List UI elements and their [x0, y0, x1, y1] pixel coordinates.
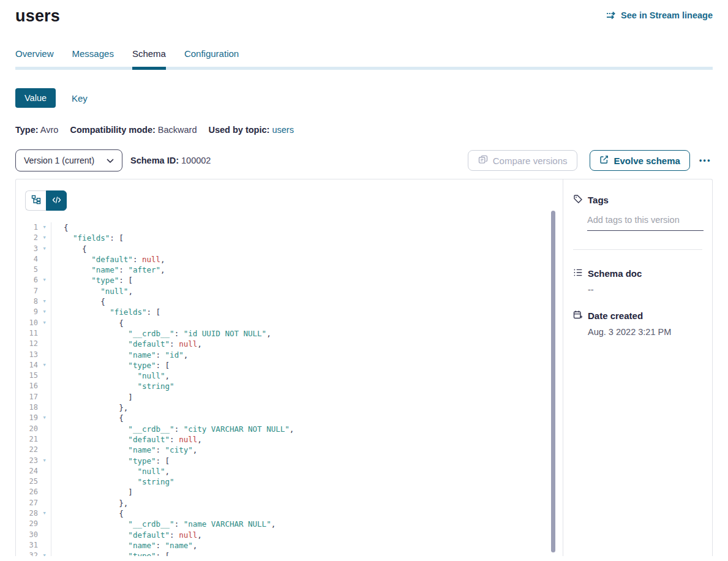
fold-gutter: [38, 434, 51, 445]
fold-gutter: [38, 530, 51, 540]
line-number: 24: [16, 466, 38, 476]
schema-doc-value: --: [588, 285, 702, 295]
fold-toggle-icon[interactable]: ▼: [38, 318, 51, 328]
code-line: 15 "null",: [16, 371, 563, 381]
editor-view-toggle: [25, 190, 67, 211]
fold-gutter: [38, 402, 51, 413]
topic-tabs: Overview Messages Schema Configuration: [15, 48, 713, 70]
stream-lineage-icon: [606, 11, 617, 20]
fold-gutter: [38, 466, 51, 476]
fold-toggle-icon[interactable]: ▼: [38, 413, 51, 423]
line-number: 31: [16, 540, 38, 551]
line-number: 14: [16, 360, 38, 371]
schema-meta-row: Type: Avro Compatibility mode: Backward …: [15, 125, 713, 135]
line-number: 8: [16, 296, 38, 307]
fold-toggle-icon[interactable]: ▼: [38, 244, 51, 254]
code-line: 8▼ {: [16, 296, 563, 307]
code-line: 1▼{: [16, 222, 563, 233]
line-number: 25: [16, 476, 38, 487]
date-created-value: Aug. 3 2022 3:21 PM: [588, 327, 702, 337]
code-line: 18 },: [16, 402, 563, 413]
code-line: 12 "default": null,: [16, 339, 563, 349]
line-number: 32: [16, 551, 38, 556]
fold-gutter: [38, 498, 51, 508]
code-line: 23▼ "type": [: [16, 456, 563, 466]
code-line: 13 "name": "id",: [16, 350, 563, 360]
schema-editor[interactable]: 1▼{2▼ "fields": [3▼ {4 "default": null,5…: [16, 179, 563, 556]
used-by-topic: Used by topic: users: [208, 125, 293, 135]
fold-gutter: [38, 381, 51, 391]
code-line: 19▼ {: [16, 413, 563, 423]
code-line: 2▼ "fields": [: [16, 233, 563, 243]
line-number: 13: [16, 350, 38, 360]
code-line: 20 "__crdb__": "city VARCHAR NOT NULL",: [16, 424, 563, 434]
fold-gutter: [38, 328, 51, 339]
code-line: 9▼ "fields": [: [16, 307, 563, 317]
fold-gutter: [38, 476, 51, 487]
line-number: 2: [16, 233, 38, 243]
tag-icon: [573, 194, 583, 206]
line-number: 9: [16, 307, 38, 317]
fold-toggle-icon[interactable]: ▼: [38, 222, 51, 233]
code-view-icon: [52, 195, 61, 206]
fold-toggle-icon[interactable]: ▼: [38, 233, 51, 243]
topic-link[interactable]: users: [272, 125, 293, 135]
key-toggle-button[interactable]: Key: [72, 93, 88, 104]
compare-versions-button[interactable]: Compare versions: [468, 150, 578, 171]
calendar-plus-icon: [573, 310, 583, 322]
version-select[interactable]: Version 1 (current): [15, 149, 122, 171]
line-number: 27: [16, 498, 38, 508]
code-line: 31 "name": "name",: [16, 540, 563, 551]
code-line: 22 "name": "city",: [16, 445, 563, 455]
sidebar-divider: [573, 249, 702, 250]
evolve-schema-button[interactable]: Evolve schema: [590, 150, 689, 171]
more-actions-button[interactable]: •••: [698, 154, 713, 167]
line-number: 23: [16, 456, 38, 466]
code-line: 7 "null",: [16, 286, 563, 296]
line-number: 18: [16, 402, 38, 413]
code-line: 5 "name": "after",: [16, 265, 563, 275]
fold-gutter: [38, 392, 51, 402]
fold-toggle-icon[interactable]: ▼: [38, 307, 51, 317]
fold-gutter: [38, 487, 51, 497]
fold-gutter: [38, 350, 51, 360]
add-tags-input[interactable]: [587, 215, 704, 231]
fold-gutter: [38, 339, 51, 349]
line-number: 4: [16, 254, 38, 265]
code-line: 21 "default": null,: [16, 434, 563, 445]
tab-messages[interactable]: Messages: [72, 48, 114, 67]
fold-toggle-icon[interactable]: ▼: [38, 296, 51, 307]
fold-toggle-icon[interactable]: ▼: [38, 360, 51, 371]
tab-overview[interactable]: Overview: [15, 48, 54, 67]
line-number: 1: [16, 222, 38, 233]
code-line: 10▼ {: [16, 318, 563, 328]
line-number: 3: [16, 244, 38, 254]
line-number: 7: [16, 286, 38, 296]
fold-toggle-icon[interactable]: ▼: [38, 275, 51, 285]
fold-gutter: [38, 519, 51, 529]
tab-configuration[interactable]: Configuration: [184, 48, 239, 67]
fold-toggle-icon[interactable]: ▼: [38, 508, 51, 519]
fold-gutter: [38, 286, 51, 296]
line-number: 6: [16, 275, 38, 285]
code-line: 14▼ "type": [: [16, 360, 563, 371]
line-number: 11: [16, 328, 38, 339]
compatibility-mode: Compatibility mode: Backward: [70, 125, 197, 135]
code-line: 28▼ {: [16, 508, 563, 519]
code-line: 26 ]: [16, 487, 563, 497]
code-line: 24 "null",: [16, 466, 563, 476]
line-number: 15: [16, 371, 38, 381]
line-number: 5: [16, 265, 38, 275]
schema-kind-toggle: Value Key: [15, 88, 713, 108]
tab-schema[interactable]: Schema: [132, 48, 166, 67]
fold-toggle-icon[interactable]: ▼: [38, 551, 51, 556]
fold-toggle-icon[interactable]: ▼: [38, 456, 51, 466]
tree-view-icon: [31, 195, 41, 207]
fold-gutter: [38, 254, 51, 265]
value-toggle-button[interactable]: Value: [15, 88, 56, 108]
see-in-stream-lineage-link[interactable]: See in Stream lineage: [606, 10, 713, 20]
tree-view-button[interactable]: [25, 190, 46, 211]
editor-scrollbar-thumb[interactable]: [551, 211, 555, 552]
line-number: 22: [16, 445, 38, 455]
code-view-button[interactable]: [46, 190, 67, 211]
